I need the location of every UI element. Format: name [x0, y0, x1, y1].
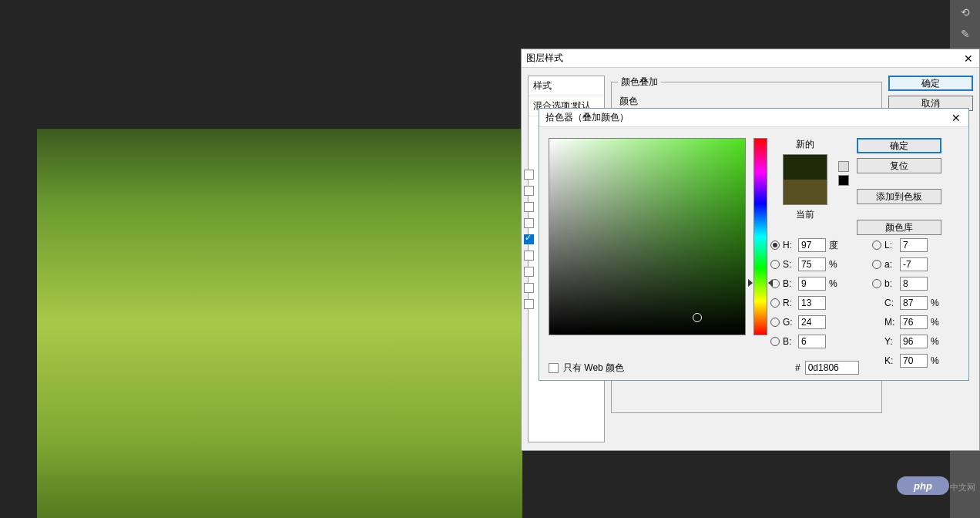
lab-b-label: b:: [884, 278, 897, 289]
effect-check[interactable]: [524, 202, 534, 212]
websafe-icon[interactable]: [838, 175, 849, 186]
l-label: L:: [884, 240, 897, 251]
history-icon[interactable]: ⟲: [954, 3, 977, 22]
r-radio[interactable]: [770, 298, 780, 308]
hex-prefix: #: [795, 362, 800, 373]
effect-check[interactable]: [524, 251, 534, 261]
saturation-value-field[interactable]: [549, 138, 746, 335]
c-unit: %: [931, 298, 943, 308]
b2-radio[interactable]: [770, 337, 780, 346]
color-swatch[interactable]: [783, 154, 827, 205]
s-label: S:: [783, 259, 795, 270]
h-label: H:: [783, 240, 795, 251]
close-icon[interactable]: ✕: [950, 112, 962, 124]
c-label: C:: [884, 298, 897, 308]
effect-check[interactable]: [524, 283, 534, 293]
brush-icon[interactable]: ✎: [954, 25, 977, 43]
add-to-swatches-button[interactable]: 添加到色板: [857, 189, 941, 204]
web-only-checkbox[interactable]: [549, 363, 559, 373]
web-only-row: 只有 Web 颜色: [549, 362, 624, 375]
b-unit: %: [829, 278, 841, 289]
color-picker-titlebar[interactable]: 拾色器（叠加颜色） ✕: [539, 109, 968, 127]
s-unit: %: [829, 259, 841, 270]
new-color-swatch: [784, 155, 827, 180]
lab-b-input[interactable]: [900, 277, 928, 291]
effect-check[interactable]: [524, 299, 534, 309]
color-picker-title: 拾色器（叠加颜色）: [545, 111, 950, 124]
hex-input[interactable]: [805, 361, 859, 375]
k-input[interactable]: [900, 354, 928, 368]
section-legend: 颜色叠加: [618, 76, 661, 89]
layer-style-titlebar[interactable]: 图层样式 ✕: [522, 49, 979, 68]
document-canvas[interactable]: [37, 129, 522, 518]
gamut-warning-icon[interactable]: [838, 161, 849, 172]
effect-check[interactable]: [524, 267, 534, 277]
hue-indicator-left: [748, 279, 753, 287]
m-unit: %: [931, 317, 943, 328]
g-radio[interactable]: [770, 318, 780, 327]
a-label: a:: [884, 259, 897, 270]
effects-checkbox-column: [524, 163, 538, 315]
effect-check[interactable]: [524, 186, 534, 196]
y-label: Y:: [884, 336, 897, 347]
h-input[interactable]: [798, 238, 826, 252]
sv-cursor[interactable]: [693, 313, 702, 322]
lab-b-radio[interactable]: [872, 279, 881, 288]
a-input[interactable]: [900, 257, 928, 271]
current-color-swatch: [784, 180, 827, 204]
s-radio[interactable]: [770, 260, 780, 269]
layer-style-title: 图层样式: [526, 52, 962, 65]
s-input[interactable]: [798, 257, 826, 271]
labcmyk-column: L: a: b: C:% M:% Y:% K:%: [872, 237, 943, 368]
styles-header: 样式: [529, 76, 604, 96]
layer-style-ok-button[interactable]: 确定: [888, 76, 973, 91]
c-input[interactable]: [900, 296, 928, 310]
new-color-label: 新的: [775, 138, 835, 151]
effect-check-color-overlay[interactable]: [524, 234, 534, 244]
l-input[interactable]: [900, 238, 928, 252]
close-icon[interactable]: ✕: [962, 52, 975, 65]
web-only-label: 只有 Web 颜色: [563, 362, 624, 375]
effect-check[interactable]: [524, 218, 534, 228]
php-watermark: php: [897, 476, 949, 495]
current-color-label: 当前: [775, 208, 835, 221]
b-radio[interactable]: [770, 279, 780, 288]
g-input[interactable]: [798, 315, 826, 329]
section-sub: 颜色: [619, 95, 875, 108]
b2-input[interactable]: [798, 335, 826, 348]
h-radio[interactable]: [770, 240, 780, 250]
y-unit: %: [931, 336, 943, 347]
cn-watermark: 中文网: [950, 482, 975, 493]
b-input[interactable]: [798, 277, 826, 291]
r-label: R:: [783, 298, 795, 308]
color-picker-ok-button[interactable]: 确定: [857, 138, 941, 153]
hsbrgb-column: H:度 S:% B:% R: G: B:: [770, 237, 841, 368]
h-unit: 度: [829, 239, 841, 252]
effect-check[interactable]: [524, 170, 534, 180]
y-input[interactable]: [900, 335, 928, 348]
k-unit: %: [931, 355, 943, 366]
color-libraries-button[interactable]: 颜色库: [857, 220, 941, 235]
hue-slider[interactable]: [753, 138, 767, 335]
b-label: B:: [783, 278, 795, 289]
k-label: K:: [884, 355, 897, 366]
r-input[interactable]: [798, 296, 826, 310]
m-input[interactable]: [900, 315, 928, 329]
l-radio[interactable]: [872, 240, 881, 250]
b2-label: B:: [783, 336, 795, 347]
g-label: G:: [783, 317, 795, 328]
color-picker-reset-button[interactable]: 复位: [857, 158, 941, 173]
m-label: M:: [884, 317, 897, 328]
a-radio[interactable]: [872, 260, 881, 269]
